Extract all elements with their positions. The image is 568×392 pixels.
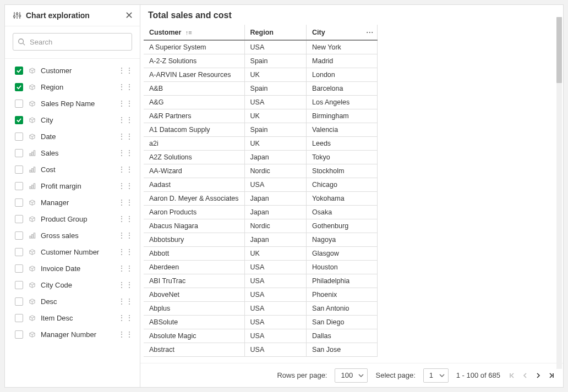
field-row[interactable]: Manager⋮⋮ [5, 194, 140, 211]
drag-handle-icon[interactable]: ⋮⋮ [118, 132, 133, 140]
field-checkbox[interactable] [15, 297, 23, 306]
field-checkbox[interactable] [15, 314, 23, 322]
table-row[interactable]: A1 Datacom SupplySpainValencia [144, 123, 378, 136]
last-page-button[interactable] [548, 372, 555, 379]
field-row[interactable]: Date⋮⋮ [5, 128, 140, 145]
table-row[interactable]: AA-WizardNordicStockholm [144, 164, 378, 178]
field-label: Item Desc [41, 314, 118, 322]
field-checkbox[interactable] [15, 248, 23, 256]
field-checkbox[interactable] [15, 132, 23, 141]
drag-handle-icon[interactable]: ⋮⋮ [118, 83, 133, 91]
table-row[interactable]: AboveNetUSAPhoenix [144, 288, 378, 301]
field-checkbox[interactable] [15, 165, 23, 174]
field-row[interactable]: Desc⋮⋮ [5, 293, 140, 310]
drag-handle-icon[interactable]: ⋮⋮ [118, 67, 133, 74]
drag-handle-icon[interactable]: ⋮⋮ [118, 248, 133, 256]
table-row[interactable]: A&BSpainBarcelona [144, 81, 378, 95]
more-icon[interactable]: ··· [367, 29, 374, 36]
rows-per-page-select[interactable]: 100 [335, 368, 368, 383]
chart-exploration-panel: Chart exploration ✕ Customer⋮⋮Region⋮⋮Sa… [4, 4, 140, 388]
table-row[interactable]: A Superior SystemUSANew York [144, 40, 378, 54]
field-row[interactable]: Sales Rep Name⋮⋮ [5, 95, 140, 112]
table-row[interactable]: AbbotsburyJapanNagoya [144, 233, 378, 246]
column-header-label: Customer [149, 29, 181, 36]
drag-handle-icon[interactable]: ⋮⋮ [118, 281, 133, 289]
table-row[interactable]: A&R PartnersUKBirmingham [144, 109, 378, 123]
close-icon[interactable]: ✕ [125, 10, 133, 20]
field-checkbox[interactable] [15, 264, 23, 273]
table-row[interactable]: Absolute MagicUSADallas [144, 329, 378, 343]
table-cell: A Superior System [144, 40, 244, 54]
table-cell: Aaron D. Meyer & Associates [144, 191, 244, 205]
data-table: Customer ↑≡ Region City ··· A Superior S… [144, 25, 378, 357]
field-row[interactable]: Item Desc⋮⋮ [5, 310, 140, 326]
table-row[interactable]: AbbottUKGlasgow [144, 246, 378, 260]
table-row[interactable]: Aaron D. Meyer & AssociatesJapanYokohama [144, 191, 378, 205]
field-checkbox[interactable] [15, 100, 23, 108]
field-checkbox[interactable] [15, 149, 23, 157]
table-cell: Stockholm [307, 164, 378, 178]
field-row[interactable]: Invoice Date⋮⋮ [5, 260, 140, 277]
drag-handle-icon[interactable]: ⋮⋮ [118, 297, 133, 305]
scrollbar-thumb[interactable] [556, 17, 562, 83]
field-row[interactable]: Gross sales⋮⋮ [5, 227, 140, 244]
table-row[interactable]: A&GUSALos Angeles [144, 95, 378, 109]
drag-handle-icon[interactable]: ⋮⋮ [118, 314, 133, 322]
field-checkbox[interactable] [15, 182, 23, 190]
drag-handle-icon[interactable]: ⋮⋮ [118, 264, 133, 272]
field-row[interactable]: Manager Number⋮⋮ [5, 326, 140, 343]
field-checkbox[interactable] [15, 330, 23, 339]
drag-handle-icon[interactable]: ⋮⋮ [118, 165, 133, 173]
field-label: Customer Number [41, 248, 118, 256]
drag-handle-icon[interactable]: ⋮⋮ [118, 198, 133, 206]
table-row[interactable]: Aaron ProductsJapanOsaka [144, 205, 378, 219]
next-page-button[interactable] [534, 372, 542, 379]
table-row[interactable]: AbstractUSASan Jose [144, 343, 378, 356]
field-checkbox[interactable] [15, 198, 23, 207]
table-row[interactable]: a2iUKLeeds [144, 136, 378, 150]
field-row[interactable]: Region⋮⋮ [5, 79, 140, 95]
field-checkbox[interactable] [15, 116, 23, 124]
drag-handle-icon[interactable]: ⋮⋮ [118, 182, 133, 190]
column-header-region[interactable]: Region [244, 25, 306, 40]
table-row[interactable]: AbplusUSASan Antonio [144, 301, 378, 315]
drag-handle-icon[interactable]: ⋮⋮ [118, 100, 133, 107]
field-row[interactable]: Cost⋮⋮ [5, 161, 140, 178]
search-box[interactable] [13, 33, 132, 51]
table-row[interactable]: A-2-Z SolutionsSpainMadrid [144, 54, 378, 68]
scrollbar[interactable] [556, 17, 562, 369]
first-page-button[interactable] [508, 372, 516, 379]
search-icon [18, 38, 25, 46]
select-page-select[interactable]: 1 [423, 368, 449, 383]
drag-handle-icon[interactable]: ⋮⋮ [118, 231, 133, 239]
field-row[interactable]: Product Group⋮⋮ [5, 211, 140, 227]
drag-handle-icon[interactable]: ⋮⋮ [118, 215, 133, 223]
field-checkbox[interactable] [15, 231, 23, 240]
table-row[interactable]: AberdeenUSAHouston [144, 260, 378, 274]
table-row[interactable]: ABI TruTracUSAPhiladelphia [144, 274, 378, 288]
field-checkbox[interactable] [15, 215, 23, 223]
column-header-city[interactable]: City ··· [307, 25, 378, 40]
table-row[interactable]: AadastUSAChicago [144, 178, 378, 191]
field-row[interactable]: City⋮⋮ [5, 112, 140, 128]
field-row[interactable]: Profit margin⋮⋮ [5, 178, 140, 194]
table-cell: A&R Partners [144, 109, 244, 123]
field-row[interactable]: Sales⋮⋮ [5, 145, 140, 161]
field-checkbox[interactable] [15, 281, 23, 289]
field-row[interactable]: Customer Number⋮⋮ [5, 244, 140, 260]
drag-handle-icon[interactable]: ⋮⋮ [118, 330, 133, 338]
table-row[interactable]: A2Z SolutionsJapanTokyo [144, 150, 378, 164]
column-header-customer[interactable]: Customer ↑≡ [144, 25, 244, 40]
drag-handle-icon[interactable]: ⋮⋮ [118, 116, 133, 124]
search-input[interactable] [29, 37, 127, 47]
table-row[interactable]: A-ARVIN Laser ResourcesUKLondon [144, 68, 378, 81]
table-cell: Los Angeles [307, 95, 378, 109]
table-row[interactable]: ABSoluteUSASan Diego [144, 315, 378, 329]
field-row[interactable]: City Code⋮⋮ [5, 277, 140, 293]
prev-page-button[interactable] [521, 372, 529, 379]
drag-handle-icon[interactable]: ⋮⋮ [118, 149, 133, 157]
field-row[interactable]: Customer⋮⋮ [5, 62, 140, 79]
field-checkbox[interactable] [15, 83, 23, 91]
field-checkbox[interactable] [15, 67, 23, 75]
table-row[interactable]: Abacus NiagaraNordicGothenburg [144, 219, 378, 233]
